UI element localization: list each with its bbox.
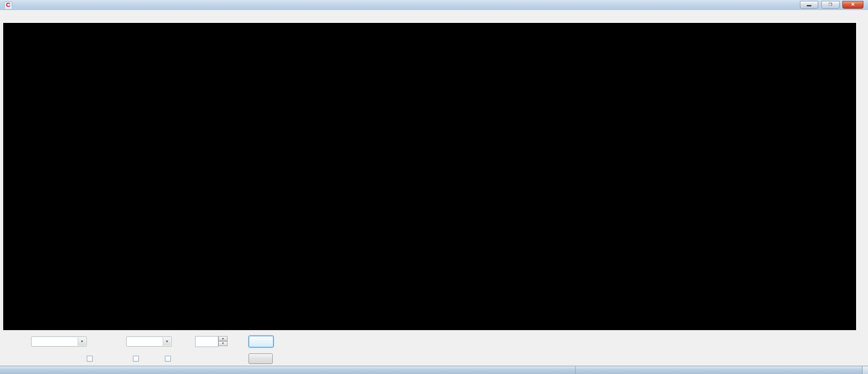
colored-waterfall-checkbox[interactable] xyxy=(87,356,93,362)
restore-icon: ❐ xyxy=(829,2,832,7)
range-spin-down-button[interactable]: ▼ xyxy=(218,341,228,346)
right-gutter xyxy=(856,23,868,330)
close-button[interactable]: ✕ xyxy=(842,1,863,9)
taskbar: ▴ ◄)) ⚑ ❏ xyxy=(0,366,868,374)
close-icon: ✕ xyxy=(851,2,855,7)
minimize-button[interactable] xyxy=(800,1,818,9)
range-input[interactable] xyxy=(195,336,218,347)
chevron-down-icon[interactable]: ▼ xyxy=(78,337,86,346)
range-spin-up-button[interactable]: ▲ xyxy=(218,336,228,341)
minimize-icon xyxy=(807,5,811,6)
waterfall-plot-canvas xyxy=(3,23,857,330)
restore-button[interactable]: ❐ xyxy=(821,1,840,9)
controls-panel: ▼ ▼ ▲ ▼ xyxy=(0,330,868,366)
chevron-down-icon[interactable]: ▼ xyxy=(163,337,171,346)
menu-edit[interactable] xyxy=(5,11,10,11)
copy-button[interactable] xyxy=(249,336,274,347)
titlebar: C ❐ ✕ xyxy=(0,0,868,11)
grid-checkbox[interactable] xyxy=(165,356,171,362)
plot-panel xyxy=(0,18,868,330)
contoured-checkbox[interactable] xyxy=(133,356,139,362)
mode-select[interactable]: ▼ xyxy=(31,337,87,347)
show-desktop-button[interactable] xyxy=(862,366,868,374)
bw-button[interactable] xyxy=(249,353,273,364)
palette-select[interactable]: ▼ xyxy=(126,337,172,347)
arta-app-icon: C xyxy=(4,1,12,10)
system-tray: ▴ ◄)) ⚑ ❏ xyxy=(708,366,868,374)
taskbar-separator xyxy=(575,366,576,374)
menubar xyxy=(0,10,868,18)
arta-burst-decay-window: C ❐ ✕ ▼ ▼ ▲ ▼ xyxy=(0,0,868,374)
